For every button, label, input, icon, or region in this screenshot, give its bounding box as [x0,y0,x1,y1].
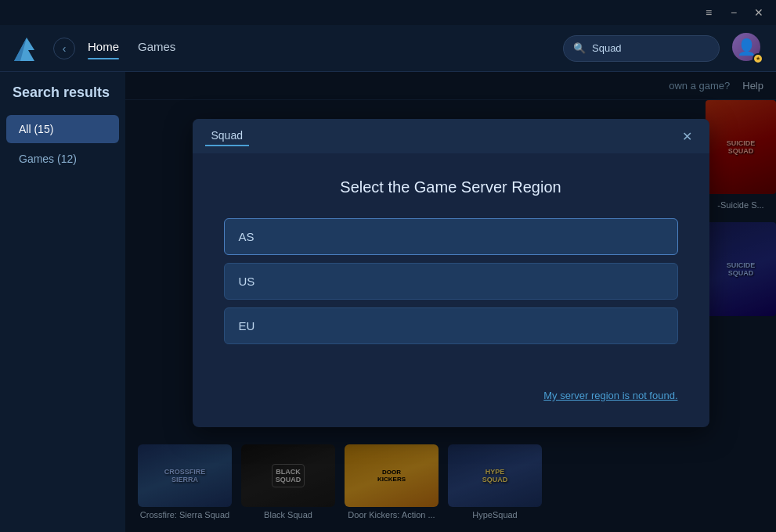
modal: Squad ✕ Select the Game Server Region AS… [193,119,709,427]
main: Search results All (15) Games (12) own a… [0,72,776,532]
back-icon: ‹ [63,42,67,55]
logo [13,34,41,63]
sidebar: Search results All (15) Games (12) [0,72,125,532]
close-button[interactable]: ✕ [748,3,770,22]
search-bar[interactable]: 🔍 [563,35,720,62]
search-input[interactable] [592,42,709,54]
server-not-found-link[interactable]: My server region is not found. [543,390,677,401]
back-button[interactable]: ‹ [53,38,75,59]
header: ‹ Home Games 🔍 👤 ★ [0,25,776,72]
nav-links: Home Games [88,40,175,56]
modal-tab[interactable]: Squad [205,126,249,146]
modal-title: Select the Game Server Region [224,178,678,196]
content: own a game? Help SUICIDESQUAD -Suicide S… [125,72,776,532]
region-option-as[interactable]: AS [224,218,678,255]
titlebar: ≡ − ✕ [0,0,776,25]
modal-body: Select the Game Server Region AS US EU [193,153,709,376]
avatar-area[interactable]: 👤 ★ [732,33,763,64]
sidebar-filter-games[interactable]: Games (12) [6,145,119,173]
region-option-eu[interactable]: EU [224,307,678,344]
nav-home[interactable]: Home [88,40,119,56]
avatar-badge: ★ [753,53,763,64]
search-icon: 🔍 [573,42,586,54]
region-option-us[interactable]: US [224,263,678,300]
modal-footer: My server region is not found. [193,376,709,427]
nav-games[interactable]: Games [138,40,175,56]
sidebar-filter-all[interactable]: All (15) [6,115,119,143]
menu-button[interactable]: ≡ [698,3,720,22]
modal-header: Squad ✕ [193,119,709,153]
modal-close-button[interactable]: ✕ [678,127,697,146]
region-list: AS US EU [224,218,678,344]
search-results-title: Search results [0,84,125,113]
minimize-button[interactable]: − [723,3,745,22]
modal-overlay: Squad ✕ Select the Game Server Region AS… [125,72,776,532]
